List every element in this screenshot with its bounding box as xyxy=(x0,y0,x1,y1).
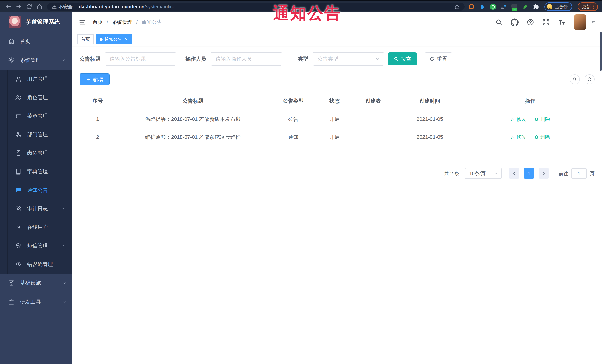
shield-check-icon xyxy=(15,242,22,249)
extension-drop-icon[interactable] xyxy=(479,3,486,10)
scrollbar-thumb[interactable] xyxy=(600,32,602,71)
page-size-select[interactable]: 10条/页 xyxy=(465,168,502,179)
sidebar-item-notice[interactable]: 通知公告 xyxy=(0,181,72,199)
header-actions xyxy=(495,14,596,30)
add-button[interactable]: 新增 xyxy=(80,73,110,85)
browser-menu-icon[interactable] xyxy=(593,5,594,9)
close-icon[interactable] xyxy=(124,37,128,41)
breadcrumb-home[interactable]: 首页 xyxy=(93,19,103,26)
edit-link[interactable]: 修改 xyxy=(511,116,526,123)
operator-filter-input[interactable] xyxy=(211,52,282,66)
sidebar-item-menus[interactable]: 菜单管理 xyxy=(0,107,72,125)
sidebar-item-users[interactable]: 用户管理 xyxy=(0,70,72,88)
toggle-search-button[interactable] xyxy=(570,74,580,84)
search-icon xyxy=(572,77,577,82)
sidebar-item-dev-tools[interactable]: 研发工具 xyxy=(0,292,72,311)
reload-icon[interactable] xyxy=(25,2,33,11)
browser-extensions: on 已暂停 更新 xyxy=(468,2,598,11)
tab-home[interactable]: 首页 xyxy=(77,34,94,44)
profile-emoji-icon xyxy=(547,4,552,9)
next-page-button[interactable] xyxy=(538,168,549,179)
forward-icon[interactable] xyxy=(14,2,23,11)
sidebar-item-posts[interactable]: 岗位管理 xyxy=(0,144,72,162)
back-icon[interactable] xyxy=(4,2,13,11)
search-button[interactable]: 搜索 xyxy=(388,52,417,65)
extension-on-badge-icon[interactable]: on xyxy=(511,3,518,10)
extension-green-circle-icon[interactable] xyxy=(489,3,496,10)
hamburger-icon[interactable] xyxy=(78,18,86,26)
extension-orange-icon[interactable] xyxy=(468,3,475,10)
monitor-icon xyxy=(8,280,15,287)
search-icon[interactable] xyxy=(495,19,503,26)
edit-link[interactable]: 修改 xyxy=(511,134,526,140)
browser-update-button[interactable]: 更新 xyxy=(578,2,598,11)
breadcrumb-system[interactable]: 系统管理 xyxy=(103,19,133,26)
delete-link[interactable]: 删除 xyxy=(534,116,550,123)
url-path[interactable]: /system/notice xyxy=(144,4,175,10)
code-icon xyxy=(15,261,22,268)
url-bar[interactable]: 不安全 dashboard.yudao.iocoder.cn/system/no… xyxy=(47,3,465,10)
sidebar-item-error-codes[interactable]: 错误码管理 xyxy=(0,255,72,274)
sidebar-item-label: 部门管理 xyxy=(27,131,48,138)
tab-label: 首页 xyxy=(81,36,90,42)
help-icon[interactable] xyxy=(527,19,534,26)
sidebar-item-system[interactable]: 系统管理 xyxy=(0,51,72,70)
extension-leaf-icon[interactable] xyxy=(522,3,529,10)
app-title: 芋道管理系统 xyxy=(26,18,60,26)
sidebar-item-departments[interactable]: 部门管理 xyxy=(0,125,72,144)
operator-filter-label: 操作人员 xyxy=(185,55,206,62)
sidebar-item-label: 基础设施 xyxy=(20,280,41,287)
extension-sparkle-icon[interactable] xyxy=(500,3,507,10)
col-type: 公告类型 xyxy=(270,92,316,110)
sidebar-item-dict[interactable]: 字典管理 xyxy=(0,162,72,181)
reset-button[interactable]: 重置 xyxy=(425,52,452,65)
sidebar-item-sms[interactable]: 短信管理 xyxy=(0,237,72,255)
page-1-button[interactable]: 1 xyxy=(524,168,534,179)
table-row: 1 温馨提醒：2018-07-01 若依新版本发布啦 公告 开启 2021-01… xyxy=(80,110,595,128)
type-filter-label: 类型 xyxy=(298,55,308,62)
annotation-overlay: 通知公告 xyxy=(273,2,341,24)
sidebar-item-label: 在线用户 xyxy=(27,224,48,231)
bookmark-star-icon[interactable] xyxy=(454,4,460,10)
font-size-icon[interactable] xyxy=(558,18,566,26)
plus-icon xyxy=(86,77,91,82)
sidebar-item-label: 短信管理 xyxy=(27,242,48,249)
sidebar-logo-row[interactable]: 芋道管理系统 xyxy=(0,12,72,32)
security-warning-icon[interactable] xyxy=(52,4,57,9)
user-avatar[interactable] xyxy=(574,14,586,30)
sidebar-item-label: 系统管理 xyxy=(20,57,41,64)
user-icon xyxy=(15,75,22,83)
refresh-table-button[interactable] xyxy=(585,74,595,84)
filter-form: 公告标题 操作人员 类型 公告类型 搜索 xyxy=(80,52,595,66)
title-filter-label: 公告标题 xyxy=(80,55,100,62)
active-dot-icon xyxy=(100,38,103,41)
home-icon[interactable] xyxy=(35,2,44,11)
delete-link[interactable]: 删除 xyxy=(534,134,550,140)
url-host[interactable]: dashboard.yudao.iocoder.cn xyxy=(79,4,144,10)
sidebar-item-home[interactable]: 首页 xyxy=(0,32,72,51)
prev-page-button[interactable] xyxy=(509,168,519,179)
profile-paused-pill[interactable]: 已暂停 xyxy=(544,2,572,11)
github-icon[interactable] xyxy=(511,18,518,26)
audit-pen-icon xyxy=(15,205,22,212)
sidebar-item-audit-log[interactable]: 审计日志 xyxy=(0,199,72,218)
sidebar-item-label: 岗位管理 xyxy=(27,150,48,156)
extensions-puzzle-icon[interactable] xyxy=(532,3,539,10)
on-badge: on xyxy=(512,8,517,11)
sidebar-item-roles[interactable]: 角色管理 xyxy=(0,88,72,107)
table-tools xyxy=(570,74,595,84)
col-created: 创建时间 xyxy=(394,92,466,110)
type-filter-select[interactable]: 公告类型 xyxy=(313,52,384,66)
tab-notice[interactable]: 通知公告 xyxy=(96,34,132,44)
sidebar-item-online-users[interactable]: 在线用户 xyxy=(0,218,72,237)
chat-bubble-icon xyxy=(15,187,22,194)
goto-page-input[interactable] xyxy=(571,168,587,179)
avatar-caret-icon[interactable] xyxy=(591,20,596,25)
fullscreen-icon[interactable] xyxy=(542,19,550,26)
security-label[interactable]: 不安全 xyxy=(59,4,73,10)
search-button-label: 搜索 xyxy=(401,55,411,62)
title-filter-input[interactable] xyxy=(105,52,176,66)
page-unit-label: 页 xyxy=(590,170,595,177)
col-title: 公告标题 xyxy=(116,92,270,110)
sidebar-item-infrastructure[interactable]: 基础设施 xyxy=(0,274,72,292)
